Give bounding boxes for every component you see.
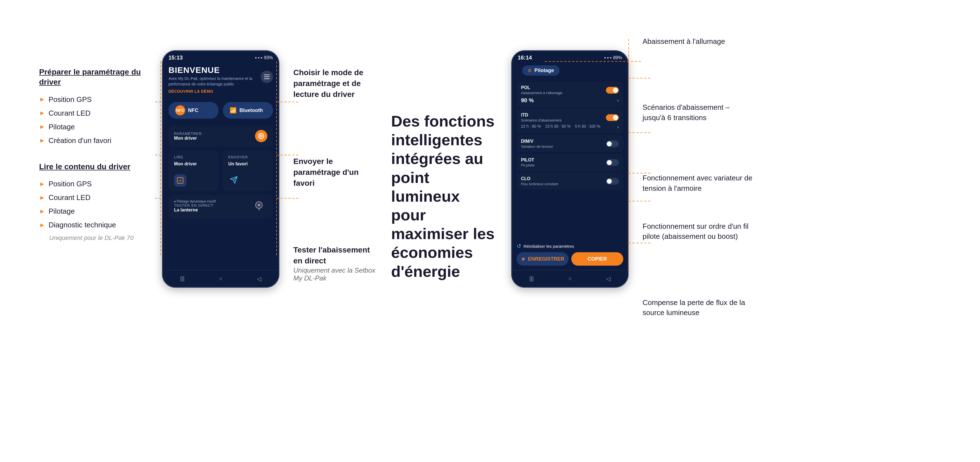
- envoyer-card[interactable]: ENVOYER Un favori: [223, 151, 273, 191]
- arrow-icon: ►: [39, 194, 45, 202]
- mid-label-3: Tester l'abaissement en direct Uniquemen…: [293, 244, 380, 282]
- arrow-icon: ►: [39, 96, 45, 103]
- status-icons: ▪ ▪ ▪ 93%: [255, 55, 273, 60]
- pol-row[interactable]: POL Abaissement à l'allumage 90 % ›: [517, 82, 623, 107]
- arrow-icon: ►: [39, 137, 45, 144]
- phone2-status-icons: ▪ ▪ ▪ 89%: [604, 55, 622, 60]
- nfc-button[interactable]: NFC NFC: [169, 102, 218, 119]
- list-item-diagnostic: ► Diagnostic technique: [39, 221, 145, 229]
- nav-back[interactable]: |||: [180, 275, 185, 282]
- tester-section[interactable]: ♦ Pilotage dynamique inactif TESTER EN D…: [169, 195, 273, 219]
- tester-icon: [253, 199, 267, 214]
- pol-toggle[interactable]: [606, 87, 619, 94]
- nfc-icon: NFC: [175, 105, 185, 115]
- reset-icon: ↺: [517, 243, 521, 249]
- bienvenue-title: BIENVENUE: [169, 65, 273, 75]
- pol-chevron: ›: [617, 97, 619, 103]
- lire-sub: Mon driver: [174, 162, 213, 167]
- star-icon: ★: [521, 256, 526, 262]
- phone1-bottom-bar: ||| ○ ◁: [163, 270, 278, 287]
- save-label: ENREGISTRER: [528, 256, 564, 262]
- nav2-recent[interactable]: ◁: [606, 275, 610, 282]
- pol-percent: 90 %: [521, 97, 534, 104]
- pilot-title: PILOT: [521, 157, 535, 163]
- phone2-frame: 16:14 ▪ ▪ ▪ 89% ⚙ Pilotage: [511, 50, 628, 288]
- parametrer-icon: [255, 130, 267, 142]
- parametrer-label: PARAMÉTRER: [174, 132, 202, 136]
- parametrer-section[interactable]: PARAMÉTRER Mon driver: [169, 125, 273, 147]
- schedule-1: 22 h · 80 %: [521, 124, 541, 130]
- annotation-5: Compense la perte de flux de la source l…: [643, 297, 754, 318]
- center-big-text: Des fonctions intelligentes intégrées au…: [391, 112, 497, 281]
- nav2-home[interactable]: ○: [568, 275, 571, 282]
- arrow-icon: ►: [39, 181, 45, 188]
- arrow-icon: ►: [39, 222, 45, 229]
- clo-toggle[interactable]: [606, 178, 619, 185]
- schedule-2: 23 h 30 · 50 %: [545, 124, 570, 130]
- itd-chevron: ›: [617, 124, 619, 130]
- section1-title: Préparer le paramétrage du driver: [39, 67, 145, 87]
- itd-toggle[interactable]: [606, 114, 619, 121]
- bienvenue-subtitle: Avec My DL-Pak, optimisez la maintenance…: [169, 76, 273, 87]
- connection-options-row: NFC NFC 📶 Bluetooth: [163, 99, 278, 122]
- phone1-status-bar: 15:13 ▪ ▪ ▪ 93%: [163, 51, 278, 63]
- mid-label-1: Choisir le mode de paramétrage et de lec…: [293, 67, 380, 100]
- itd-row[interactable]: ITD Scénarios d'abaissement 22 h · 80 % …: [517, 109, 623, 133]
- phone2-bottom-bar: ||| ○ ◁: [512, 270, 628, 287]
- arrow-icon: ►: [39, 123, 45, 130]
- save-button[interactable]: ★ ENREGISTRER: [517, 252, 568, 266]
- menu-icon[interactable]: [261, 71, 273, 83]
- annotation-1: Abaissement à l'allumage: [643, 36, 754, 46]
- copy-label: COPIER: [587, 256, 607, 262]
- left-panel: Préparer le paramétrage du driver ► Posi…: [39, 67, 145, 241]
- phone2-status-bar: 16:14 ▪ ▪ ▪ 89%: [512, 51, 628, 63]
- tester-note: ♦ Pilotage dynamique inactif: [174, 199, 216, 203]
- arrow-icon: ►: [39, 110, 45, 117]
- nav-home[interactable]: ○: [219, 275, 223, 282]
- clo-sub: Flux lumineux constant: [521, 182, 558, 186]
- list-item-pilotage1: ► Pilotage: [39, 122, 145, 131]
- annotation-3: Fonctionnement avec variateur de tension…: [643, 173, 754, 193]
- bottom-actions: ↺ Réinitialiser les paramètres ★ ENREGIS…: [512, 240, 628, 268]
- status-time: 15:13: [169, 54, 183, 61]
- lire-card[interactable]: LIRE Mon driver: [169, 151, 219, 191]
- bluetooth-label: Bluetooth: [239, 108, 263, 113]
- pol-sub: Abaissement à l'allumage: [521, 91, 562, 95]
- right-annotations: Abaissement à l'allumage Scénarios d'aba…: [643, 36, 754, 318]
- dimv-row[interactable]: DIM/V Variateur de tension: [517, 135, 623, 152]
- phone1-header: BIENVENUE Avec My DL-Pak, optimisez la m…: [163, 63, 278, 98]
- middle-labels: Choisir le mode de paramétrage et de lec…: [293, 67, 380, 282]
- section2-title: Lire le contenu du driver: [39, 162, 145, 172]
- schedule-3: 5 h 30 · 100 %: [575, 124, 600, 130]
- clo-row[interactable]: CLO Flux lumineux constant: [517, 173, 623, 189]
- itd-sub: Scénarios d'abaissement: [521, 118, 562, 122]
- copy-button[interactable]: COPIER: [571, 252, 623, 266]
- envoyer-icon: [228, 174, 239, 186]
- pilotage-tab[interactable]: ⚙ Pilotage: [522, 65, 560, 76]
- pilot-toggle[interactable]: [606, 159, 619, 166]
- pilot-sub: Fil pilote: [521, 163, 535, 167]
- phone1-frame: 15:13 ▪ ▪ ▪ 93% BIENVENUE Avec My DL-Pak…: [162, 50, 279, 288]
- dimv-sub: Variateur de tension: [521, 144, 553, 149]
- nav-recent[interactable]: ◁: [257, 275, 261, 282]
- reset-label: Réinitialiser les paramètres: [523, 244, 574, 249]
- reset-section[interactable]: ↺ Réinitialiser les paramètres: [517, 243, 574, 249]
- pol-title: POL: [521, 85, 562, 90]
- envoyer-label: ENVOYER: [228, 155, 267, 159]
- center-headline: Des fonctions intelligentes intégrées au…: [391, 112, 497, 281]
- list-item-pilotage2: ► Pilotage: [39, 207, 145, 216]
- dimv-title: DIM/V: [521, 139, 553, 144]
- phone1-screen: 15:13 ▪ ▪ ▪ 93% BIENVENUE Avec My DL-Pak…: [163, 51, 278, 287]
- decouvrir-link[interactable]: DÉCOUVRIR LA DÉMO: [169, 89, 273, 94]
- nav2-back[interactable]: |||: [530, 275, 534, 282]
- dimv-toggle[interactable]: [606, 140, 619, 147]
- itd-schedule: 22 h · 80 % 23 h 30 · 50 % 5 h 30 · 100 …: [521, 124, 619, 130]
- bluetooth-button[interactable]: 📶 Bluetooth: [223, 102, 273, 119]
- lire-label: LIRE: [174, 155, 213, 159]
- lire-envoyer-row: LIRE Mon driver ENVOYER Un favori: [169, 151, 273, 191]
- page-root: Préparer le paramétrage du driver ► Posi…: [0, 0, 980, 462]
- tester-sub: La lanterne: [174, 208, 216, 213]
- annotation-2: Scénarios d'abaissement – jusqu'à 6 tran…: [643, 102, 754, 122]
- pilot-row[interactable]: PILOT Fil pilote: [517, 154, 623, 171]
- list-item-led1: ► Courant LED: [39, 109, 145, 117]
